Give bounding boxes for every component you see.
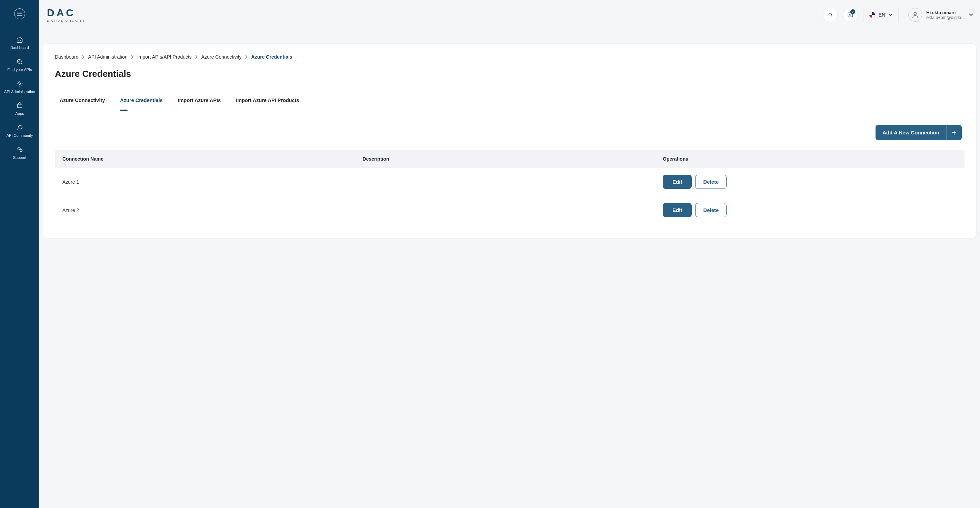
svg-point-10 xyxy=(914,13,916,15)
table-header-description: Description xyxy=(355,150,655,168)
plus-icon xyxy=(947,125,962,140)
cell-operations: Edit Delete xyxy=(655,196,964,224)
sidebar-item-community[interactable]: API Community xyxy=(5,124,34,138)
sidebar-item-label: Apps xyxy=(15,111,24,116)
gear-api-icon xyxy=(16,80,24,87)
svg-point-1 xyxy=(20,40,21,40)
chevron-right-icon xyxy=(82,55,85,59)
tab-import-azure-api-products[interactable]: Import Azure API Products xyxy=(236,98,299,111)
search-button[interactable] xyxy=(823,8,838,22)
breadcrumb: Dashboard API Administration Import APIs… xyxy=(55,54,964,60)
sidebar-item-apps[interactable]: Apps xyxy=(14,102,25,116)
delete-button[interactable]: Delete xyxy=(695,203,727,217)
breadcrumb-item[interactable]: API Administration xyxy=(88,54,127,60)
find-api-icon xyxy=(16,58,24,65)
svg-point-8 xyxy=(829,13,831,16)
edit-button[interactable]: Edit xyxy=(663,203,692,217)
tab-azure-connectivity[interactable]: Azure Connectivity xyxy=(60,98,105,111)
sidebar: Dashboard Find your APIs API Administrat… xyxy=(0,0,39,508)
sidebar-item-dashboard[interactable]: Dashboard xyxy=(9,36,30,50)
sidebar-item-label: API Administration xyxy=(4,90,35,94)
search-icon xyxy=(828,13,833,17)
brand-logo[interactable]: DAC DIGITAL APICRAFT xyxy=(47,8,85,22)
cell-operations: Edit Delete xyxy=(655,168,964,196)
cell-connection-name: Azure 2 xyxy=(55,196,355,224)
sidebar-item-support[interactable]: Support xyxy=(12,146,28,160)
svg-rect-5 xyxy=(17,105,22,108)
sidebar-item-label: Support xyxy=(13,156,27,160)
connections-table: Connection Name Description Operations A… xyxy=(55,150,964,224)
sidebar-item-label: Dashboard xyxy=(10,46,29,50)
svg-point-4 xyxy=(19,83,21,84)
breadcrumb-item[interactable]: Import APIs/API Products xyxy=(137,54,192,60)
apps-icon xyxy=(16,102,24,109)
notifications-button[interactable]: 0 xyxy=(843,8,858,22)
chevron-right-icon xyxy=(245,55,248,59)
notifications-badge: 0 xyxy=(850,9,855,14)
header: DAC DIGITAL APICRAFT 0 EN Hi ekta umare … xyxy=(39,0,980,30)
avatar xyxy=(908,8,922,22)
hamburger-icon xyxy=(17,12,22,16)
flag-icon xyxy=(869,12,875,18)
cell-description xyxy=(355,196,655,224)
community-icon xyxy=(16,124,24,131)
chevron-down-icon xyxy=(889,13,893,16)
table-row: Azure 2 Edit Delete xyxy=(55,196,964,224)
tab-azure-credentials[interactable]: Azure Credentials xyxy=(120,98,162,111)
svg-point-2 xyxy=(17,59,21,64)
table-header-operations: Operations xyxy=(655,150,964,168)
breadcrumb-item[interactable]: Azure Connectivity xyxy=(201,54,242,60)
page-title: Azure Credentials xyxy=(55,68,964,79)
language-selector[interactable]: EN xyxy=(863,8,899,22)
main: DAC DIGITAL APICRAFT 0 EN Hi ekta umare … xyxy=(39,0,980,508)
user-icon xyxy=(912,11,919,19)
chevron-down-icon xyxy=(969,13,973,16)
sidebar-item-find-apis[interactable]: Find your APIs xyxy=(6,58,33,72)
svg-point-7 xyxy=(20,149,22,152)
chevron-right-icon xyxy=(195,55,198,59)
svg-point-3 xyxy=(19,61,20,62)
add-connection-button[interactable]: Add A New Connection xyxy=(875,125,962,140)
sidebar-item-api-admin[interactable]: API Administration xyxy=(3,80,37,94)
language-code: EN xyxy=(879,12,885,17)
table-row: Azure 1 Edit Delete xyxy=(55,168,964,196)
tab-import-azure-apis[interactable]: Import Azure APIs xyxy=(178,98,221,111)
delete-button[interactable]: Delete xyxy=(695,175,727,189)
cell-connection-name: Azure 1 xyxy=(55,168,355,196)
svg-point-0 xyxy=(19,40,19,40)
logo-tagline: DIGITAL APICRAFT xyxy=(47,19,85,22)
edit-button[interactable]: Edit xyxy=(663,175,692,189)
breadcrumb-item[interactable]: Dashboard xyxy=(55,54,79,60)
action-row: Add A New Connection xyxy=(57,125,962,140)
sidebar-nav: Dashboard Find your APIs API Administrat… xyxy=(0,36,39,160)
content-card: Dashboard API Administration Import APIs… xyxy=(43,43,977,238)
home-icon xyxy=(16,36,24,43)
user-email: ekta.u+pm@digita... xyxy=(926,15,965,20)
sidebar-item-label: Find your APIs xyxy=(7,68,32,72)
logo-text: DAC xyxy=(47,8,85,18)
chevron-right-icon xyxy=(131,55,134,59)
breadcrumb-current: Azure Credentials xyxy=(251,54,293,60)
tabs: Azure Connectivity Azure Credentials Imp… xyxy=(55,89,964,111)
support-icon xyxy=(16,146,24,153)
table-header-row: Connection Name Description Operations xyxy=(55,150,964,168)
content: Dashboard API Administration Import APIs… xyxy=(39,30,980,508)
svg-point-6 xyxy=(18,148,20,150)
user-greeting: Hi ekta umare xyxy=(926,10,965,15)
cell-description xyxy=(355,168,655,196)
sidebar-toggle[interactable] xyxy=(14,8,25,19)
table-header-name: Connection Name xyxy=(55,150,355,168)
user-menu[interactable]: Hi ekta umare ekta.u+pm@digita... xyxy=(904,8,973,22)
sidebar-item-label: API Community xyxy=(6,133,33,138)
add-connection-label: Add A New Connection xyxy=(875,125,947,140)
